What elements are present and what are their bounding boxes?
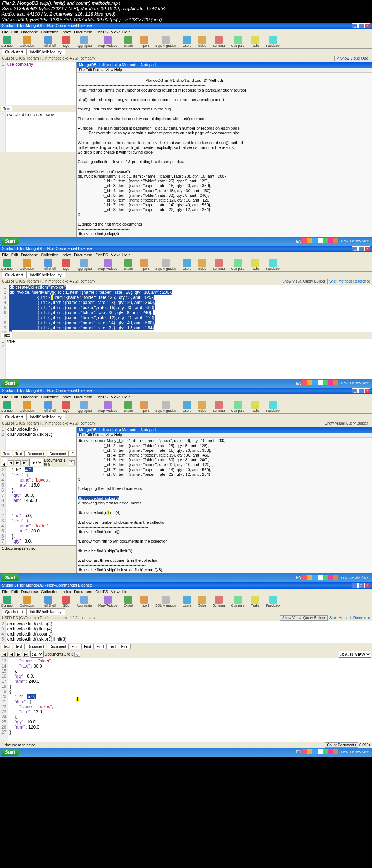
tb-map-reduce[interactable]: Map-Reduce <box>98 596 117 607</box>
frame-4: Studio 3T for MongoDB - Non-Commercial L… <box>0 582 372 757</box>
tb-compare[interactable]: Compare <box>231 259 244 271</box>
start-button[interactable]: Start <box>1 238 19 245</box>
tb-sql migration[interactable]: SQL Migration <box>155 36 176 48</box>
tb-sql[interactable]: SQL <box>62 596 70 607</box>
tb-connect[interactable]: Connect <box>1 596 13 607</box>
frame-1: Studio 3T for MongoDB - Non-Commercial L… <box>0 23 372 246</box>
tb-map-reduce[interactable]: Map-Reduce <box>98 259 117 271</box>
tb-import[interactable]: Import <box>140 401 149 413</box>
tb-compare[interactable]: Compare <box>231 36 244 48</box>
tb-users[interactable]: Users <box>183 36 191 48</box>
tb-schema[interactable]: Schema <box>213 36 225 48</box>
tb-map-reduce[interactable]: Map-Reduce <box>98 401 117 413</box>
tb-sql[interactable]: SQL <box>62 259 70 271</box>
tb-users[interactable]: Users <box>183 259 191 271</box>
tb-roles[interactable]: Roles <box>198 596 206 607</box>
tb-feedback[interactable]: Feedback <box>266 401 281 413</box>
tb-roles[interactable]: Roles <box>198 259 206 271</box>
app-menu[interactable]: FileEditDatabaseCollectionIndexDocumentG… <box>0 252 372 258</box>
tb-import[interactable]: Import <box>140 596 149 607</box>
pg-first[interactable]: |◀ <box>1 458 7 467</box>
tb-collection[interactable]: Collection <box>20 596 35 607</box>
tb-import[interactable]: Import <box>140 259 149 271</box>
tb-aggregate[interactable]: Aggregate <box>77 596 92 607</box>
close-btn[interactable]: × <box>364 23 370 28</box>
tb-export[interactable]: Export <box>124 259 133 271</box>
tb-export[interactable]: Export <box>124 401 133 413</box>
tb-tasks[interactable]: Tasks <box>251 596 259 607</box>
tb-import[interactable]: Import <box>140 36 149 48</box>
code-editor[interactable]: db.createCollection("invoice")db.invoice… <box>8 285 372 332</box>
tb-export[interactable]: Export <box>124 596 133 607</box>
tb-users[interactable]: Users <box>183 401 191 413</box>
tb-roles[interactable]: Roles <box>198 401 206 413</box>
tb-export[interactable]: Export <box>124 36 133 48</box>
code-editor[interactable]: db.invoice.find()db.invoice.find().skip(… <box>6 427 76 450</box>
page-size[interactable]: 50 <box>29 459 43 466</box>
tb-intellishell[interactable]: IntelliShell <box>41 259 56 271</box>
tab-intellishell[interactable]: IntelliShell: faculty <box>27 49 65 55</box>
output-pane: true <box>6 339 372 379</box>
toolbar: ConnectCollectionIntelliShellSQLAggregat… <box>0 258 372 272</box>
app-menu[interactable]: FileEditDatabaseCollectionIndexDocumentG… <box>0 29 372 35</box>
video-file-info: File: 2. MongoDB skip(), limit() and cou… <box>0 0 372 23</box>
tb-intellishell[interactable]: IntelliShell <box>41 401 56 413</box>
result-json[interactable]: "_id" : 4.0, "item" : { "name" : "boxes"… <box>6 467 76 545</box>
tb-aggregate[interactable]: Aggregate <box>77 401 92 413</box>
pg-last[interactable]: ▶| <box>22 460 29 465</box>
tb-sql[interactable]: SQL <box>62 401 70 413</box>
editor-tabs: QuickstartIntelliShell: faculty <box>0 49 372 55</box>
smr-link[interactable]: Shell Methods Reference <box>329 279 370 283</box>
tb-sql migration[interactable]: SQL Migration <box>155 596 176 607</box>
tb-sql[interactable]: SQL <box>62 36 70 48</box>
code-editor[interactable]: use company <box>6 62 76 105</box>
tb-tasks[interactable]: Tasks <box>251 401 259 413</box>
output-pane: switched to db company <box>6 112 76 152</box>
status-text: 1 document selected <box>2 547 35 551</box>
svq-btn[interactable]: Show Visual Query Builder <box>280 279 328 284</box>
pg-prev[interactable]: ◀ <box>8 460 14 465</box>
notepad-content[interactable]: =============================MongoDB lim… <box>77 73 372 237</box>
tb-sql migration[interactable]: SQL Migration <box>155 259 176 271</box>
tb-connect[interactable]: Connect <box>1 36 13 48</box>
tb-aggregate[interactable]: Aggregate <box>77 36 92 48</box>
tb-intellishell[interactable]: IntelliShell <box>41 36 56 48</box>
frame-3: Studio 3T for MongoDB - Non-Commercial L… <box>0 388 372 582</box>
tb-feedback[interactable]: Feedback <box>266 259 281 271</box>
tb-aggregate[interactable]: Aggregate <box>77 259 92 271</box>
tab-quickstart[interactable]: Quickstart <box>2 49 27 55</box>
toolbar: ConnectCollectionIntelliShellSQLAggregat… <box>0 35 372 49</box>
tb-compare[interactable]: Compare <box>231 596 244 607</box>
tb-schema[interactable]: Schema <box>213 259 225 271</box>
notepad-menu[interactable]: File Edit Format View Help <box>77 68 372 73</box>
minimize-btn[interactable]: _ <box>352 23 358 28</box>
tb-schema[interactable]: Schema <box>213 596 225 607</box>
tb-feedback[interactable]: Feedback <box>266 36 281 48</box>
pg-next[interactable]: ▶ <box>15 460 21 465</box>
tb-connect[interactable]: Connect <box>1 259 13 271</box>
tb-connect[interactable]: Connect <box>1 401 13 413</box>
frame-2: Studio 3T for MongoDB - Non-Commercial L… <box>0 246 372 388</box>
notepad-content[interactable]: db.invoice.insertMany([{_id : 1, item : … <box>77 438 372 573</box>
tb-compare[interactable]: Compare <box>231 401 244 413</box>
tb-tasks[interactable]: Tasks <box>251 36 259 48</box>
tb-roles[interactable]: Roles <box>198 36 206 48</box>
maximize-btn[interactable]: □ <box>358 23 364 28</box>
view-select[interactable]: JSON View <box>339 651 371 658</box>
tb-tasks[interactable]: Tasks <box>251 259 259 271</box>
tb-collection[interactable]: Collection <box>20 259 35 271</box>
tb-schema[interactable]: Schema <box>213 401 225 413</box>
tb-intellishell[interactable]: IntelliShell <box>41 596 56 607</box>
count-docs-btn[interactable]: Count Documents <box>325 742 358 748</box>
tb-collection[interactable]: Collection <box>20 36 35 48</box>
code-editor[interactable]: db.invoice.find().skip(3)db.invoice.find… <box>6 621 372 643</box>
refresh-btn[interactable]: ↻ <box>69 460 75 465</box>
tb-feedback[interactable]: Feedback <box>266 596 281 607</box>
tb-collection[interactable]: Collection <box>20 401 35 413</box>
tb-users[interactable]: Users <box>183 596 191 607</box>
tb-map-reduce[interactable]: Map-Reduce <box>98 36 117 48</box>
show-visual-query-btn[interactable]: ↗ Show Visual Que <box>334 56 370 61</box>
result-json[interactable]: "name" : "folder", "rate" : 30.0 }, "qty… <box>8 658 372 742</box>
result-tab-text[interactable]: Text <box>1 106 12 111</box>
tb-sql migration[interactable]: SQL Migration <box>155 401 176 413</box>
